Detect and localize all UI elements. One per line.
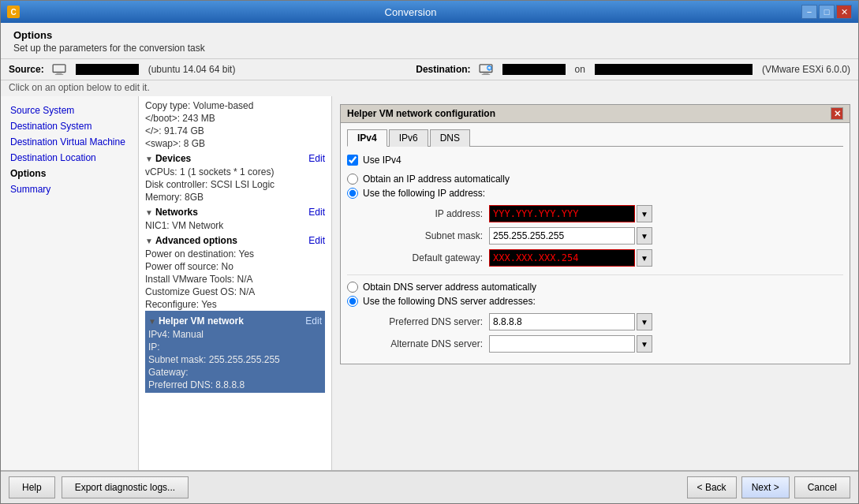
use-following-label: Use the following IP address: bbox=[363, 188, 485, 199]
ip-address-radio-group: Obtain an IP address automatically Use t… bbox=[347, 174, 843, 199]
boot-line: </boot>: 243 MB bbox=[145, 112, 325, 125]
alternate-dns-field-row: Alternate DNS server: ▼ bbox=[347, 335, 843, 353]
dest-redacted2 bbox=[595, 64, 753, 75]
alternate-dns-input-wrap: ▼ bbox=[489, 335, 652, 353]
memory-line: Memory: 8GB bbox=[145, 191, 325, 203]
helper-vm-body: IPv4 IPv6 DNS Use IPv4 bbox=[341, 123, 850, 364]
helper-vm-title-text: Helper VM network configuration bbox=[347, 108, 495, 119]
tab-dns[interactable]: DNS bbox=[430, 129, 470, 147]
obtain-auto-row: Obtain an IP address automatically bbox=[347, 174, 843, 185]
page-title: Options bbox=[13, 29, 846, 41]
subnet-mask-dropdown-button[interactable]: ▼ bbox=[637, 227, 652, 245]
obtain-dns-auto-radio[interactable] bbox=[347, 282, 358, 293]
ip-address-field-row: IP address: ▼ bbox=[347, 205, 843, 222]
maximize-button[interactable]: □ bbox=[819, 5, 835, 19]
options-header: Options Set up the parameters for the co… bbox=[1, 23, 858, 59]
dns-section: Obtain DNS server address automatically … bbox=[347, 274, 843, 353]
next-button[interactable]: Next > bbox=[741, 476, 790, 498]
obtain-dns-auto-label: Obtain DNS server address automatically bbox=[363, 282, 536, 293]
dest-computer-icon: V bbox=[479, 64, 493, 75]
helper-vm-close-button[interactable]: ✕ bbox=[831, 107, 843, 120]
svg-rect-5 bbox=[481, 74, 490, 75]
subnet-mask-label: Subnet mask: bbox=[363, 230, 489, 241]
use-following-dns-label: Use the following DNS server addresses: bbox=[363, 296, 536, 307]
sidebar: Source System Destination System Destina… bbox=[1, 96, 139, 470]
ip-address-dropdown-button[interactable]: ▼ bbox=[637, 205, 652, 222]
use-ipv4-row: Use IPv4 bbox=[347, 155, 843, 166]
svg-rect-2 bbox=[54, 74, 63, 75]
swap-line: <swap>: 8 GB bbox=[145, 137, 325, 150]
helper-vm-edit-link[interactable]: Edit bbox=[305, 315, 322, 327]
close-button[interactable]: ✕ bbox=[836, 5, 852, 19]
install-vmware-line: Install VMware Tools: N/A bbox=[145, 273, 325, 286]
preferred-dns-dropdown-button[interactable]: ▼ bbox=[637, 313, 652, 330]
ip-address-input[interactable] bbox=[489, 205, 635, 222]
subnet-mask-field-row: Subnet mask: ▼ bbox=[347, 227, 843, 245]
helper-vm-section-header: ▼Helper VM network Edit bbox=[148, 312, 322, 328]
subnet-mask-input-wrap: ▼ bbox=[489, 227, 652, 245]
source-label: Source: bbox=[9, 64, 44, 75]
cancel-button[interactable]: Cancel bbox=[794, 476, 850, 498]
help-button[interactable]: Help bbox=[9, 476, 55, 498]
source-dest-bar: Source: (ubuntu 14.04 64 bit) Destinatio… bbox=[1, 59, 858, 80]
use-following-radio[interactable] bbox=[347, 188, 358, 199]
slash-line: </>: 91.74 GB bbox=[145, 125, 325, 137]
use-following-dns-radio[interactable] bbox=[347, 296, 358, 307]
devices-section-header: ▼Devices Edit bbox=[145, 150, 325, 166]
helper-vm-box: Helper VM network configuration ✕ IPv4 I… bbox=[340, 104, 850, 364]
content-area: Options Set up the parameters for the co… bbox=[1, 23, 858, 503]
ipv4-tabs: IPv4 IPv6 DNS bbox=[347, 129, 843, 147]
devices-edit-link[interactable]: Edit bbox=[308, 153, 325, 164]
svg-text:V: V bbox=[487, 67, 490, 71]
sidebar-item-destination-location[interactable]: Destination Location bbox=[1, 150, 138, 166]
preferred-dns-input-wrap: ▼ bbox=[489, 313, 652, 330]
default-gateway-field-row: Default gateway: ▼ bbox=[347, 249, 843, 267]
source-os: (ubuntu 14.04 64 bit) bbox=[148, 64, 236, 75]
dest-on: on bbox=[575, 64, 585, 75]
sidebar-item-destination-system[interactable]: Destination System bbox=[1, 118, 138, 134]
helper-vm-section: ▼Helper VM network Edit IPv4: Manual IP:… bbox=[145, 311, 325, 393]
preferred-dns-field-row: Preferred DNS server: ▼ bbox=[347, 313, 843, 330]
source-computer-icon bbox=[52, 64, 66, 75]
default-gateway-input[interactable] bbox=[489, 249, 635, 267]
copy-type-line: Copy type: Volume-based bbox=[145, 99, 325, 112]
body-area: Source System Destination System Destina… bbox=[1, 96, 858, 470]
ipv4-mode-line: IPv4: Manual bbox=[148, 328, 322, 341]
title-bar: C Conversion − □ ✕ bbox=[1, 1, 858, 23]
tab-ipv6[interactable]: IPv6 bbox=[389, 129, 428, 147]
networks-edit-link[interactable]: Edit bbox=[308, 207, 325, 218]
window-title: Conversion bbox=[20, 6, 801, 18]
ip-label-line: IP: bbox=[148, 341, 322, 353]
sidebar-item-source-system[interactable]: Source System bbox=[1, 103, 138, 118]
svg-rect-1 bbox=[56, 73, 62, 74]
obtain-auto-radio[interactable] bbox=[347, 174, 358, 185]
svg-rect-4 bbox=[483, 73, 488, 74]
use-ipv4-checkbox[interactable] bbox=[347, 155, 358, 166]
advanced-edit-link[interactable]: Edit bbox=[308, 235, 325, 246]
export-logs-button[interactable]: Export diagnostic logs... bbox=[62, 476, 189, 498]
subnet-mask-line: Subnet mask: 255.255.255.255 bbox=[148, 353, 322, 366]
power-on-line: Power on destination: Yes bbox=[145, 248, 325, 260]
svg-rect-0 bbox=[53, 65, 65, 73]
default-gateway-dropdown-button[interactable]: ▼ bbox=[637, 249, 652, 267]
back-button[interactable]: < Back bbox=[687, 476, 737, 498]
middle-panel: Copy type: Volume-based </boot>: 243 MB … bbox=[139, 96, 332, 470]
obtain-dns-auto-row: Obtain DNS server address automatically bbox=[347, 282, 843, 293]
alternate-dns-dropdown-button[interactable]: ▼ bbox=[637, 335, 652, 353]
default-gateway-label: Default gateway: bbox=[363, 252, 489, 263]
reconfigure-line: Reconfigure: Yes bbox=[145, 298, 325, 311]
tab-ipv4[interactable]: IPv4 bbox=[347, 129, 387, 147]
sidebar-item-summary[interactable]: Summary bbox=[1, 181, 138, 197]
sidebar-item-destination-virtual-machine[interactable]: Destination Virtual Machine bbox=[1, 134, 138, 150]
minimize-button[interactable]: − bbox=[801, 5, 817, 19]
default-gateway-input-wrap: ▼ bbox=[489, 249, 652, 267]
app-icon: C bbox=[7, 6, 20, 18]
right-panel: Helper VM network configuration ✕ IPv4 I… bbox=[332, 96, 858, 470]
preferred-dns-input[interactable] bbox=[489, 313, 635, 330]
dns-radio-group: Obtain DNS server address automatically … bbox=[347, 282, 843, 307]
ip-address-input-wrap: ▼ bbox=[489, 205, 652, 222]
subnet-mask-input[interactable] bbox=[489, 227, 635, 245]
dest-platform: (VMware ESXi 6.0.0) bbox=[762, 64, 850, 75]
alternate-dns-input[interactable] bbox=[489, 335, 635, 353]
sidebar-item-options: Options bbox=[1, 166, 138, 181]
